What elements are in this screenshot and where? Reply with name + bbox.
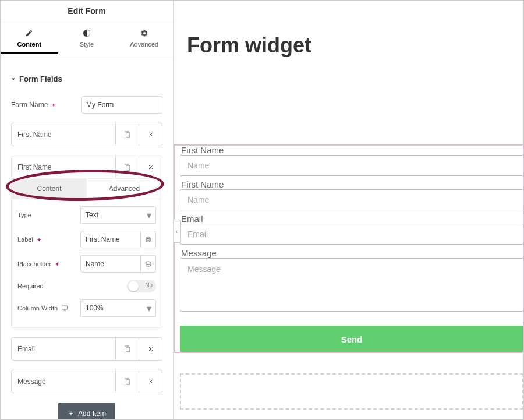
copy-icon	[124, 164, 131, 171]
tab-style[interactable]: Style	[58, 23, 116, 59]
dynamic-db-button[interactable]	[141, 255, 156, 273]
delete-button[interactable]	[139, 370, 162, 393]
label-label: Label	[17, 236, 33, 243]
toggle-knob	[128, 281, 139, 291]
dynamic-icon[interactable]: ✦	[55, 261, 59, 267]
form-message-textarea[interactable]	[180, 258, 523, 312]
form-first-name-input-1[interactable]	[180, 155, 523, 176]
form-field-label: Message	[180, 248, 523, 258]
chevron-left-icon: ‹	[176, 228, 178, 235]
inner-tab-advanced[interactable]: Advanced	[87, 179, 162, 199]
svg-point-1	[146, 237, 150, 238]
desktop-icon[interactable]	[61, 305, 68, 312]
tab-advanced[interactable]: Advanced	[115, 23, 173, 59]
close-icon	[147, 378, 154, 385]
field-item-header[interactable]: First Name	[12, 156, 162, 179]
delete-button[interactable]	[139, 338, 162, 360]
field-item-first-name-2: First Name Content Advanced Type	[11, 156, 162, 328]
database-icon	[145, 261, 151, 267]
svg-point-2	[146, 261, 150, 263]
section-form-fields-label: Form Fields	[19, 75, 62, 83]
required-label: Required	[17, 283, 44, 290]
pencil-icon	[25, 29, 33, 37]
dynamic-db-button[interactable]	[141, 231, 156, 248]
col-width-select[interactable]	[80, 299, 156, 317]
toggle-label: No	[145, 282, 153, 288]
empty-section-placeholder[interactable]	[180, 373, 523, 410]
add-item-button[interactable]: ＋ Add Item	[58, 403, 115, 419]
placeholder-label: Placeholder	[17, 260, 51, 267]
preview-area: ‹ Form widget First Name First Name Emai…	[174, 1, 523, 419]
add-item-label: Add Item	[78, 410, 106, 418]
form-widget-preview[interactable]: First Name First Name Email Message Send	[174, 145, 523, 352]
section-form-fields[interactable]: Form Fields	[11, 66, 162, 83]
half-circle-icon	[83, 29, 91, 37]
field-item-message[interactable]: Message	[11, 370, 162, 393]
svg-rect-3	[62, 306, 68, 309]
form-field-label: Email	[180, 214, 523, 224]
tab-style-label: Style	[80, 41, 94, 48]
copy-icon	[124, 345, 131, 352]
dynamic-icon[interactable]: ✦	[51, 102, 56, 108]
page-title: Form widget	[187, 33, 523, 58]
plus-icon: ＋	[68, 408, 75, 418]
database-icon	[145, 237, 151, 243]
delete-button[interactable]	[139, 123, 162, 146]
close-icon	[147, 164, 154, 171]
tab-content-label: Content	[17, 41, 42, 48]
field-item-email[interactable]: Email	[11, 337, 162, 361]
form-first-name-input-2[interactable]	[180, 189, 523, 210]
form-field-label: First Name	[180, 179, 523, 189]
editor-sidebar: Edit Form Content Style Advanced Form Fi…	[1, 1, 174, 419]
form-field-label: First Name	[180, 145, 523, 155]
close-icon	[147, 345, 154, 352]
sidebar-title: Edit Form	[1, 1, 173, 23]
close-icon	[147, 131, 154, 138]
main-tabs: Content Style Advanced	[1, 23, 173, 59]
gear-icon	[140, 29, 148, 37]
delete-button[interactable]	[139, 156, 162, 178]
dynamic-icon[interactable]: ✦	[37, 237, 41, 243]
copy-icon	[124, 131, 131, 138]
field-item-label: First Name	[12, 123, 115, 146]
type-select[interactable]	[80, 206, 156, 224]
tab-advanced-label: Advanced	[130, 41, 158, 48]
duplicate-button[interactable]	[115, 156, 139, 178]
field-item-label: Message	[12, 370, 115, 393]
inner-tab-content[interactable]: Content	[12, 179, 87, 199]
form-email-input[interactable]	[180, 224, 523, 245]
form-name-input[interactable]	[81, 96, 162, 114]
duplicate-button[interactable]	[115, 338, 139, 360]
copy-icon	[124, 378, 131, 385]
send-button[interactable]: Send	[180, 326, 523, 352]
field-item-first-name-1[interactable]: First Name	[11, 123, 162, 146]
field-item-label: Email	[12, 338, 115, 360]
caret-down-icon	[11, 77, 16, 82]
tab-content[interactable]: Content	[1, 23, 58, 59]
field-item-label: First Name	[12, 156, 115, 178]
col-width-label: Column Width	[17, 305, 58, 312]
placeholder-input[interactable]	[80, 255, 141, 273]
collapse-sidebar-button[interactable]: ‹	[174, 220, 181, 243]
type-label: Type	[17, 211, 31, 218]
duplicate-button[interactable]	[115, 123, 139, 146]
required-toggle[interactable]: No	[127, 280, 156, 292]
duplicate-button[interactable]	[115, 370, 139, 393]
label-input[interactable]	[80, 231, 141, 248]
form-name-label: Form Name	[11, 101, 48, 109]
